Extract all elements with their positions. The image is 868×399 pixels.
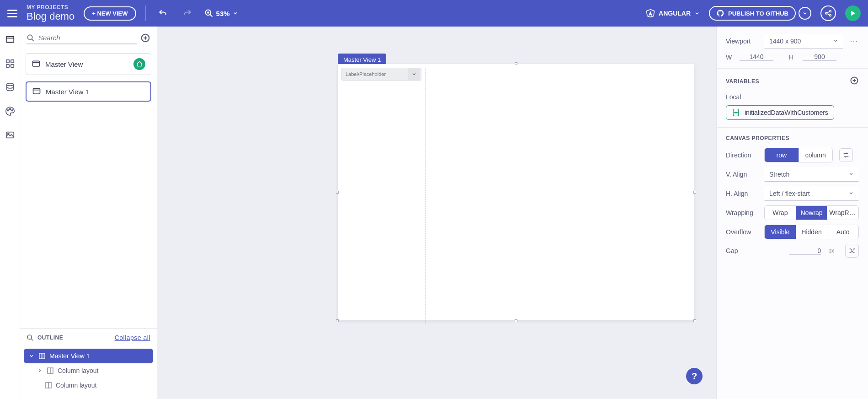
svg-rect-14 [11,65,13,67]
svg-rect-13 [6,65,9,67]
halign-select[interactable]: Left / flex-start [764,186,859,201]
search-icon [27,334,34,341]
project-breadcrumb[interactable]: MY PROJECTS Blog demo [27,5,75,22]
properties-panel: Viewport 1440 x 900 ⋯ W H VARIABLES [716,27,868,399]
svg-point-21 [27,35,32,40]
resize-handle-top[interactable] [515,62,517,65]
search-input[interactable] [38,34,137,42]
outline-title: OUTLINE [37,334,63,341]
framework-selector[interactable]: ANGULAR [646,9,700,18]
rail-theme-icon[interactable] [4,105,16,117]
variables-title: VARIABLES [726,78,759,85]
gap-link-button[interactable] [845,244,859,258]
help-button[interactable]: ? [686,368,703,384]
collapse-all-link[interactable]: Collapse all [115,334,150,341]
svg-point-44 [737,112,738,113]
share-button[interactable] [820,5,836,21]
valign-label: V. Align [726,171,758,178]
wrap-button[interactable]: Wrap [765,206,796,220]
rail-views-icon[interactable] [4,34,16,46]
chevron-down-icon [233,11,238,16]
layout-icon [38,352,46,360]
home-badge-icon [133,58,145,70]
github-icon [716,9,724,17]
gap-unit: px [828,248,834,254]
nowrap-button[interactable]: Nowrap [796,206,827,220]
rail-assets-icon[interactable] [4,129,16,141]
rail-data-icon[interactable] [4,81,16,93]
width-label: W [726,54,733,61]
resize-handle-br[interactable] [693,319,696,322]
valign-value: Stretch [769,171,789,178]
left-rail [0,27,20,399]
direction-column-button[interactable]: column [799,148,833,162]
wrapreverse-button[interactable]: WrapRe... [827,206,858,220]
wrapping-label: Wrapping [726,209,758,216]
separator [145,5,146,21]
column-layout-icon [45,382,52,389]
direction-label: Direction [726,151,758,159]
preview-button[interactable] [845,5,861,21]
svg-point-17 [9,108,11,110]
width-input[interactable] [740,53,773,61]
chevron-right-icon [37,368,43,373]
overflow-hidden-button[interactable]: Hidden [796,225,827,239]
svg-rect-12 [11,60,13,63]
resize-handle-right[interactable] [693,191,696,194]
svg-point-43 [735,112,736,113]
undo-icon[interactable] [155,5,170,21]
view-card-master-1[interactable]: Master View 1 [26,81,151,102]
valign-select[interactable]: Stretch [764,167,859,182]
chevron-down-icon [833,38,838,43]
height-input[interactable] [803,53,836,61]
overflow-visible-button[interactable]: Visible [765,225,796,239]
add-variable-button[interactable] [850,76,859,87]
zoom-control[interactable]: 53% [204,9,238,18]
outline-item-label: Column layout [58,367,99,374]
placeholder-select[interactable]: Label/Placeholder [341,68,421,81]
view-icon [32,87,41,96]
canvas-area[interactable]: Master View 1 Label/Placeholder ? [157,27,716,399]
redo-icon[interactable] [180,5,195,21]
resize-handle-bottom[interactable] [515,319,517,322]
chevron-down-icon [848,190,854,196]
shuffle-icon [848,247,856,254]
new-view-button[interactable]: + NEW VIEW [84,6,136,21]
chevron-down-icon [848,171,854,177]
view-label: Master View [45,60,83,68]
resize-handle-bl[interactable] [336,319,339,322]
outline-root[interactable]: Master View 1 [24,349,153,363]
direction-row-button[interactable]: row [765,148,799,162]
column-layout-icon [47,367,54,374]
svg-point-20 [7,133,9,135]
viewport-select[interactable]: 1440 x 900 [764,34,843,49]
gap-input[interactable] [789,247,821,255]
add-view-button[interactable] [140,33,150,45]
overflow-auto-button[interactable]: Auto [827,225,858,239]
publish-label: PUBLISH TO GITHUB [728,10,788,17]
publish-options-button[interactable] [799,7,811,20]
svg-rect-11 [6,60,9,63]
swap-icon [842,151,850,159]
swap-direction-button[interactable] [839,148,853,162]
outline-item-label: Column layout [56,382,97,389]
variable-chip[interactable]: initializedDataWithCustomers [726,105,834,120]
outline-column-1[interactable]: Column layout [24,363,153,378]
outline-column-2[interactable]: Column layout [24,378,153,393]
rail-components-icon[interactable] [4,58,16,70]
hamburger-menu-icon[interactable] [7,8,17,19]
viewport-more-icon[interactable]: ⋯ [850,36,859,46]
svg-rect-9 [6,37,14,43]
publish-github-button[interactable]: PUBLISH TO GITHUB [709,6,796,21]
svg-point-15 [6,83,13,86]
svg-point-30 [27,335,32,339]
zoom-value: 53% [216,10,230,17]
resize-handle-left[interactable] [336,191,339,194]
canvas-frame[interactable]: Label/Placeholder [338,64,694,320]
outline-item-label: Master View 1 [49,352,90,360]
chevron-down-icon [411,71,417,77]
app-header: MY PROJECTS Blog demo + NEW VIEW 53% ANG… [0,0,868,27]
canvas-column[interactable]: Label/Placeholder [338,68,426,324]
projects-label: MY PROJECTS [27,5,75,11]
view-card-master[interactable]: Master View [26,53,151,75]
